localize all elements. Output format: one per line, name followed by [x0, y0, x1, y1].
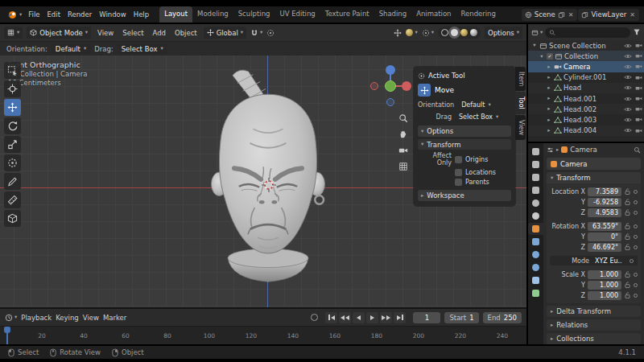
properties-tab-constraints[interactable]	[528, 274, 543, 286]
outliner-search-box[interactable]	[545, 27, 630, 38]
properties-tab-render[interactable]	[528, 158, 543, 171]
transform-value-field[interactable]: 63.559°	[588, 222, 621, 231]
hide-viewport-eye-icon[interactable]	[624, 43, 632, 49]
options-section-header[interactable]: ▾ Options	[418, 125, 511, 137]
disable-render-camera-icon[interactable]	[635, 95, 642, 102]
collapsed-panel-header[interactable]: ▸ Delta Transform	[547, 306, 641, 317]
timeline-menu[interactable]: View	[83, 314, 99, 322]
lock-icon[interactable]	[624, 187, 631, 195]
tool-button-scale[interactable]	[4, 136, 21, 153]
disable-render-camera-icon[interactable]	[635, 127, 642, 134]
animate-dot-icon[interactable]	[634, 235, 638, 239]
outliner-display-mode-button[interactable]: ▾	[531, 29, 543, 36]
animate-dot-icon[interactable]	[634, 294, 638, 298]
timeline-menu[interactable]: Marker	[103, 314, 126, 322]
sidebar-tab[interactable]: Tool	[515, 92, 526, 114]
transform-value-field[interactable]: XYZ Eu..	[592, 257, 617, 265]
workspace-tab[interactable]: Rendering	[456, 6, 501, 23]
gizmo-x-positive[interactable]	[402, 81, 411, 91]
expand-chevron-icon[interactable]: ▸	[546, 96, 552, 101]
properties-tab-scene[interactable]	[528, 197, 543, 209]
model-head-mesh[interactable]	[193, 65, 343, 287]
animate-dot-icon[interactable]	[634, 190, 638, 194]
properties-tab-output[interactable]	[528, 171, 543, 183]
collapsed-panel-header[interactable]: ▸ Collections	[547, 333, 641, 344]
gizmos-toggle[interactable]	[394, 29, 402, 37]
properties-editor-icon[interactable]	[547, 146, 554, 154]
transport-play-button[interactable]	[366, 312, 378, 323]
transform-panel-header[interactable]: ▾ Transform	[547, 172, 641, 183]
locations-checkbox[interactable]	[455, 169, 462, 176]
transport-jump-start-button[interactable]	[325, 312, 337, 323]
expand-chevron-icon[interactable]: ▸	[546, 117, 552, 123]
disable-render-camera-icon[interactable]	[635, 105, 642, 113]
topbar-menu[interactable]: Render	[64, 9, 95, 20]
lock-icon[interactable]	[624, 208, 631, 216]
disable-render-camera-icon[interactable]	[635, 42, 642, 49]
outliner-row[interactable]: ▸ ✓ Head.004	[528, 125, 644, 136]
timeline-menu[interactable]: Keying	[56, 314, 79, 322]
animate-dot-icon[interactable]	[634, 200, 638, 204]
proportional-edit-toggle[interactable]	[266, 29, 275, 37]
workspace-section-header[interactable]: ▸ Workspace	[418, 190, 511, 201]
lock-icon[interactable]	[624, 222, 631, 230]
object-name-field[interactable]: Camera	[547, 158, 641, 170]
animate-dot-icon[interactable]	[630, 259, 634, 263]
tool-button-add-cube[interactable]	[4, 210, 21, 227]
scene-selector[interactable]: Scene ✕	[522, 9, 578, 21]
animate-dot-icon[interactable]	[634, 273, 638, 277]
hide-viewport-eye-icon[interactable]	[624, 74, 632, 80]
overlays-toggle[interactable]: ▾	[422, 29, 434, 37]
transform-subsection-header[interactable]: ▾ Transform	[418, 139, 511, 150]
editor-type-button[interactable]: ▾	[4, 27, 23, 39]
workspace-tab[interactable]: Texture Paint	[320, 6, 374, 23]
outliner-row[interactable]: ▸ ✓ Head.002	[528, 104, 644, 114]
properties-tab-view-layer[interactable]	[528, 184, 543, 196]
topbar-menu[interactable]: Edit	[44, 9, 64, 20]
blender-menu-button[interactable]: ▾	[5, 10, 24, 20]
timeline-menu[interactable]: Playback	[21, 314, 52, 322]
tool-button-move[interactable]	[4, 99, 21, 116]
expand-chevron-icon[interactable]: ▸	[546, 75, 552, 80]
outliner-row[interactable]: ▸ ✓ Head.001	[528, 93, 644, 104]
workspace-tab[interactable]: Compositing	[501, 6, 506, 23]
zoom-icon[interactable]	[398, 113, 408, 123]
gizmo-y-axis[interactable]	[385, 80, 396, 92]
gizmo-z-negative[interactable]	[386, 98, 394, 106]
view-layer-selector[interactable]: ViewLayer ✕	[578, 9, 639, 21]
outliner-row[interactable]: ▸ ✓ Camera	[528, 61, 644, 72]
hide-viewport-eye-icon[interactable]	[624, 117, 632, 123]
workspace-tab[interactable]: Modeling	[192, 6, 233, 23]
outliner-row[interactable]: ▸ ✓ Head.003	[528, 114, 644, 125]
tool-button-rotate[interactable]	[4, 117, 21, 134]
transform-value-field[interactable]: 1.000	[588, 281, 621, 290]
disable-render-camera-icon[interactable]	[635, 74, 642, 81]
workspace-tab[interactable]: Shading	[374, 6, 412, 23]
lock-icon[interactable]	[624, 198, 631, 206]
workspace-tab[interactable]: Layout	[159, 6, 192, 23]
panel-drag-dropdown[interactable]: Select Box ▾	[455, 112, 511, 121]
outliner-row[interactable]: ▾ ✓ Collection	[528, 51, 644, 61]
transform-value-field[interactable]: 7.3589	[588, 187, 621, 196]
orientation-setting-dropdown[interactable]: Default ▾	[52, 43, 90, 54]
drag-setting-dropdown[interactable]: Select Box ▾	[118, 43, 167, 54]
tool-button-select-box[interactable]	[4, 62, 21, 79]
unlink-view-layer-icon[interactable]: ✕	[629, 11, 636, 19]
hide-viewport-eye-icon[interactable]	[624, 127, 632, 134]
expand-chevron-icon[interactable]: ▸	[546, 85, 552, 91]
active-tool-panel-title[interactable]: Active Tool	[418, 70, 511, 81]
lock-icon[interactable]	[624, 243, 631, 251]
outliner-search-input[interactable]	[558, 29, 626, 36]
topbar-menu[interactable]: Window	[96, 9, 130, 20]
transform-value-field[interactable]: 1.000	[588, 270, 621, 279]
unlink-scene-icon[interactable]: ✕	[568, 11, 575, 19]
workspace-tab[interactable]: Sculpting	[233, 6, 275, 23]
properties-tab-world[interactable]	[528, 210, 543, 222]
expand-chevron-icon[interactable]: ▸	[546, 106, 552, 112]
search-icon[interactable]	[634, 146, 641, 154]
filter-icon[interactable]	[633, 28, 641, 36]
hide-viewport-eye-icon[interactable]	[624, 53, 632, 60]
mode-dropdown[interactable]: Object Mode ▾	[27, 27, 91, 39]
gizmo-z-positive[interactable]	[386, 65, 395, 75]
transform-value-field[interactable]: 0°	[588, 232, 621, 241]
